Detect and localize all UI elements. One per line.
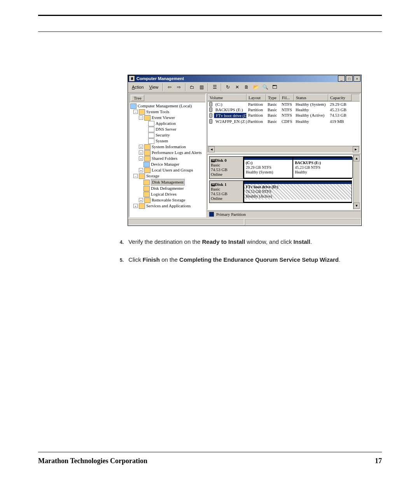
legend-swatch-primary — [209, 212, 214, 217]
volume-name: FTv boot drive (D:) — [214, 113, 247, 118]
tree-item-devmgr[interactable]: Device Manager — [130, 161, 205, 167]
volume-fs: NTFS — [280, 107, 294, 112]
col-capacity[interactable]: Capacity — [328, 94, 352, 101]
volume-status: Healthy — [294, 119, 328, 124]
legend-label: Primary Partition — [216, 212, 246, 217]
expand-icon[interactable]: + — [139, 156, 143, 161]
tree-item-removable[interactable]: +Removable Storage — [130, 197, 205, 203]
volume-layout: Partition — [247, 113, 266, 118]
document-page: 🖥 Computer Management _ □ × Action View … — [0, 0, 420, 504]
forward-button[interactable]: ⇨ — [175, 83, 183, 91]
back-button[interactable]: ⇦ — [165, 83, 174, 91]
menu-action[interactable]: Action — [130, 84, 146, 90]
tree-item-security[interactable]: Security — [130, 132, 205, 138]
window-body: Tree Computer Management (Local) −System… — [128, 93, 361, 218]
volume-fs: NTFS — [280, 113, 294, 118]
expand-icon[interactable]: + — [133, 204, 138, 208]
tree-item-event-viewer[interactable]: −Event Viewer — [130, 115, 205, 121]
open-button[interactable]: 📂 — [252, 83, 260, 91]
expand-icon[interactable]: + — [139, 198, 143, 202]
log-icon — [148, 127, 154, 132]
wizard-button[interactable]: 🗎 — [242, 83, 251, 91]
tree-item-shared[interactable]: +Shared Folders — [130, 156, 205, 161]
volume-list-header[interactable]: Volume Layout Type Fil... Status Capacit… — [208, 94, 360, 102]
horizontal-scrollbar[interactable]: ◄ ► — [208, 146, 360, 152]
properties-button[interactable]: ☰ — [210, 83, 219, 91]
tree-item-system-info[interactable]: +System Information — [130, 144, 205, 150]
disk-partitions: (C:)29.29 GB NTFSHealthy (System)BACKUPS… — [243, 157, 352, 178]
col-fs[interactable]: Fil... — [280, 94, 294, 101]
drive-icon — [208, 102, 214, 107]
close-button[interactable]: × — [354, 75, 360, 82]
col-layout[interactable]: Layout — [247, 94, 266, 101]
tree-item-logical[interactable]: Logical Drives — [130, 191, 205, 197]
tree-item-perf[interactable]: +Performance Logs and Alerts — [130, 150, 205, 156]
titlebar[interactable]: 🖥 Computer Management _ □ × — [128, 75, 361, 82]
tree-item-users[interactable]: +Local Users and Groups — [130, 167, 205, 173]
tree-item-services[interactable]: +Services and Applications — [130, 203, 205, 209]
delete-button[interactable]: ✕ — [233, 83, 242, 91]
volume-fs: CDFS — [280, 119, 294, 124]
volume-type: Basic — [266, 107, 280, 112]
expand-icon[interactable]: + — [139, 168, 143, 172]
toolbar-separator — [163, 83, 163, 91]
disk-graphical-pane: 🖴Disk 0Basic74.53 GBOnline(C:)29.29 GB N… — [207, 154, 360, 210]
help-button[interactable]: 🔍 — [261, 83, 270, 91]
step-5: 5. Click Finish on the Completing the En… — [120, 256, 374, 264]
refresh-button[interactable]: ↻ — [224, 83, 232, 91]
volume-capacity: 29.29 GB — [328, 102, 352, 107]
collapse-icon[interactable]: − — [139, 116, 143, 120]
minimize-button[interactable]: _ — [338, 75, 345, 82]
volume-row[interactable]: BACKUPS (E:)PartitionBasicNTFSHealthy45.… — [208, 107, 360, 112]
tree-item-dns[interactable]: DNS Server — [130, 126, 205, 132]
volume-type: Basic — [266, 113, 280, 118]
volume-layout: Partition — [247, 119, 266, 124]
tree-item-application[interactable]: Application — [130, 121, 205, 126]
scroll-down-icon[interactable]: ▼ — [354, 203, 360, 209]
up-button[interactable]: 🗀 — [188, 83, 196, 91]
collapse-icon[interactable]: − — [133, 110, 138, 114]
volume-row[interactable]: FTv boot drive (D:)PartitionBasicNTFSHea… — [208, 112, 360, 119]
tree-item-storage[interactable]: −Storage — [130, 173, 205, 179]
vertical-scrollbar[interactable]: ▲ ▼ — [353, 155, 360, 209]
tree-item-system[interactable]: System — [130, 138, 205, 144]
folder-icon — [139, 173, 145, 179]
tree-item-defrag[interactable]: Disk Defragmenter — [130, 186, 205, 191]
col-type[interactable]: Type — [266, 94, 280, 101]
log-icon — [148, 121, 154, 126]
scroll-left-icon[interactable]: ◄ — [208, 146, 215, 152]
volume-row[interactable]: (C:)PartitionBasicNTFSHealthy (System)29… — [208, 102, 360, 107]
maximize-button[interactable]: □ — [346, 75, 353, 82]
expand-icon[interactable]: + — [139, 145, 143, 149]
partition[interactable]: (C:)29.29 GB NTFSHealthy (System) — [244, 157, 293, 178]
col-volume[interactable]: Volume — [208, 94, 247, 101]
users-icon — [144, 168, 150, 173]
tree-root[interactable]: Computer Management (Local) — [130, 103, 205, 109]
device-icon — [144, 162, 150, 167]
settings-button[interactable]: 🗔 — [270, 83, 279, 91]
col-status[interactable]: Status — [294, 94, 328, 101]
statusbar — [128, 218, 361, 226]
info-icon — [144, 144, 150, 150]
disk-label: 🖴Disk 1Basic74.53 GBOnline — [210, 181, 243, 203]
scroll-up-icon[interactable]: ▲ — [354, 155, 360, 161]
menu-view[interactable]: View — [147, 84, 161, 90]
expand-icon[interactable]: + — [139, 150, 143, 155]
tree-header[interactable]: Tree — [130, 94, 205, 102]
tree-item-disk-management[interactable]: Disk Management — [130, 179, 205, 186]
drive-icon — [208, 119, 214, 124]
perf-icon — [144, 150, 150, 156]
disk-row[interactable]: 🖴Disk 1Basic74.53 GBOnlineFTv boot drive… — [209, 180, 352, 203]
menubar: Action View ⇦ ⇨ 🗀 ▥ ☰ ↻ ✕ 🗎 📂 🔍 🗔 — [128, 82, 361, 93]
volume-row[interactable]: W2AFPP_EN (Z:)PartitionBasicCDFSHealthy4… — [208, 119, 360, 124]
partition[interactable]: BACKUPS (E:)45.23 GB NTFSHealthy — [293, 157, 353, 178]
tree-item-system-tools[interactable]: −System Tools — [130, 109, 205, 115]
partition[interactable]: FTv boot drive (D:)74.53 GB NTFSHealthy … — [244, 181, 352, 202]
collapse-icon[interactable]: − — [133, 174, 138, 178]
disk-row[interactable]: 🖴Disk 0Basic74.53 GBOnline(C:)29.29 GB N… — [209, 156, 352, 179]
removable-icon — [144, 198, 150, 203]
scroll-right-icon[interactable]: ► — [353, 146, 359, 152]
instruction-list: 4. Verify the destination on the Ready t… — [120, 238, 374, 264]
defrag-icon — [144, 186, 150, 191]
show-hide-tree-button[interactable]: ▥ — [197, 83, 206, 91]
